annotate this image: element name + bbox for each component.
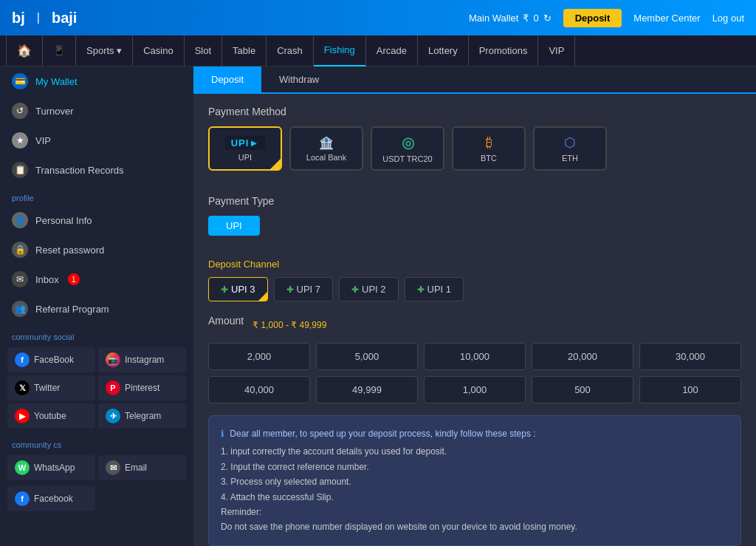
payment-section: Payment Method UPI► UPI 🏦 Local Bank ◎ U… [193,94,756,546]
sidebar-label-facebook: FaceBook [34,355,74,365]
inbox-icon: ✉ [12,271,28,287]
amount-btn-40000[interactable]: 40,000 [208,376,310,403]
header: bj | baji Main Wallet ₹ 0 ↻ Deposit Memb… [0,0,756,35]
pm-eth[interactable]: ⬡ ETH [533,126,607,171]
sidebar-item-whatsapp[interactable]: W WhatsApp [7,455,95,480]
payment-type-upi-button[interactable]: UPI [208,216,260,236]
usdt-icon: ◎ [402,134,414,151]
sidebar-label-personal-info: Personal Info [35,215,92,226]
amount-btn-500[interactable]: 500 [532,376,633,403]
nav-item-vip[interactable]: VIP [538,35,575,66]
amount-btn-2000[interactable]: 2,000 [208,343,310,370]
header-deposit-button[interactable]: Deposit [563,9,622,27]
info-reminder-text: Do not save the phone number displayed o… [221,519,729,534]
email-icon: ✉ [106,460,120,475]
amount-btn-49999[interactable]: 49,999 [316,376,418,403]
amount-range: ₹ 1,000 - ₹ 49,999 [252,320,326,330]
sidebar-item-my-wallet[interactable]: 💳 My Wallet [0,66,193,96]
sidebar-label-instagram: Instagram [125,355,164,365]
sidebar-item-inbox[interactable]: ✉ Inbox 1 [0,265,193,294]
sidebar-item-reset-password[interactable]: 🔒 Reset password [0,235,193,265]
nav-item-table[interactable]: Table [222,35,267,66]
turnover-icon: ↺ [12,103,28,119]
amount-btn-30000[interactable]: 30,000 [639,343,741,370]
divider1 [223,184,726,185]
pm-corner-icon [270,159,281,169]
sidebar-item-email[interactable]: ✉ Email [98,455,186,480]
nav-item-promotions[interactable]: Promotions [469,35,539,66]
sidebar-item-youtube[interactable]: ▶ Youtube [7,403,95,429]
info-box: ℹ Dear all member, to speed up your depo… [208,415,741,546]
pm-usdt[interactable]: ◎ USDT TRC20 [371,126,444,171]
nav-item-sports[interactable]: Sports ▾ [76,35,133,66]
sidebar-item-vip[interactable]: ★ VIP [0,126,193,155]
channel-upi1-label: UPI 1 [427,284,452,295]
logo-bj: bj [12,10,25,27]
channel-upi1[interactable]: ✚ UPI 1 [405,277,464,301]
twitter-icon: 𝕏 [15,381,30,395]
navbar: 🏠 📱 Sports ▾ Casino Slot Table Crash Fis… [0,35,756,66]
cs-grid-2: f Facebook [0,483,193,514]
nav-item-lottery[interactable]: Lottery [418,35,469,66]
sidebar-item-twitter[interactable]: 𝕏 Twitter [7,375,95,400]
member-center-link[interactable]: Member Center [633,13,700,24]
channel-upi3[interactable]: ✚ UPI 3 [208,277,268,301]
wallet-label: Main Wallet [469,13,518,24]
pm-local-bank[interactable]: 🏦 Local Bank [289,126,363,171]
divider2 [223,248,726,248]
nav-item-mobile[interactable]: 📱 [43,35,76,66]
content-tabs: Deposit Withdraw [193,66,756,94]
sidebar-item-instagram[interactable]: 📷 Instagram [98,347,186,372]
info-title: ℹ Dear all member, to speed up your depo… [221,426,729,441]
info-step-3: 3. Process only selected amount. [221,474,729,489]
nav-item-slot[interactable]: Slot [185,35,222,66]
telegram-icon: ✈ [106,409,120,423]
sidebar-label-inbox: Inbox [35,274,59,285]
nav-item-arcade[interactable]: Arcade [366,35,418,66]
pm-eth-label: ETH [562,154,578,163]
amount-btn-1000[interactable]: 1,000 [424,376,526,403]
info-icon: ℹ [221,429,224,439]
channel-upi2-icon: ✚ [351,284,359,295]
sidebar-label-referral: Referral Program [35,304,109,315]
channel-upi2[interactable]: ✚ UPI 2 [339,277,399,301]
amount-btn-5000[interactable]: 5,000 [316,343,418,370]
channel-upi7[interactable]: ✚ UPI 7 [274,277,334,301]
sidebar-item-referral[interactable]: 👥 Referral Program [0,294,193,324]
channel-upi2-label: UPI 2 [362,284,386,295]
sidebar-item-telegram[interactable]: ✈ Telegram [98,403,186,429]
local-bank-icon: 🏦 [319,136,334,150]
pinterest-icon: P [106,381,120,395]
logout-link[interactable]: Log out [712,13,744,24]
sidebar-item-transaction-records[interactable]: 📋 Transaction Records [0,155,193,185]
facebook2-icon: f [15,491,30,506]
sidebar-label-my-wallet: My Wallet [35,76,78,87]
sidebar-label-vip: VIP [35,135,51,146]
pm-btc-label: BTC [481,154,497,163]
sidebar-item-facebook2[interactable]: f Facebook [7,486,95,511]
pm-btc[interactable]: ₿ BTC [452,126,526,171]
sidebar-item-pinterest[interactable]: P Pinterest [98,375,186,400]
refresh-icon[interactable]: ↻ [543,13,551,24]
sidebar-label-transaction-records: Transaction Records [35,165,123,176]
amount-btn-10000[interactable]: 10,000 [424,343,526,370]
sidebar-label-facebook2: Facebook [34,494,73,504]
logo-separator: | [37,11,40,24]
nav-item-fishing[interactable]: Fishing [314,35,366,66]
amount-btn-20000[interactable]: 20,000 [532,343,633,370]
deposit-channel-label: Deposit Channel [208,259,741,270]
sidebar-item-personal-info[interactable]: 👤 Personal Info [0,205,193,235]
facebook-icon: f [15,352,30,367]
balance-symbol: ₹ [523,13,529,24]
nav-item-crash[interactable]: Crash [267,35,314,66]
tab-deposit[interactable]: Deposit [193,66,261,92]
payment-method-label: Payment Method [208,106,741,117]
tab-withdraw[interactable]: Withdraw [261,66,337,92]
info-reminder: Reminder: [221,505,729,519]
sidebar-item-facebook[interactable]: f FaceBook [7,347,95,372]
amount-btn-100[interactable]: 100 [639,376,741,403]
sidebar-item-turnover[interactable]: ↺ Turnover [0,96,193,126]
nav-item-home[interactable]: 🏠 [6,35,43,66]
pm-upi[interactable]: UPI► UPI [208,126,282,171]
nav-item-casino[interactable]: Casino [133,35,184,66]
